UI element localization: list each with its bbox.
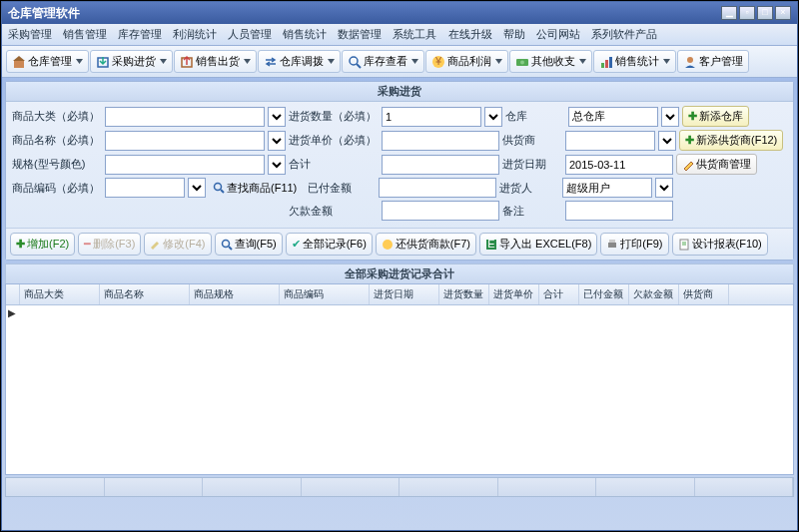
spec-input[interactable]	[105, 155, 265, 175]
grid-body[interactable]: ▶	[6, 305, 793, 473]
tb-transfer[interactable]: 仓库调拨	[258, 50, 341, 73]
menu-item[interactable]: 系列软件产品	[591, 28, 657, 40]
price-input[interactable]	[382, 131, 499, 151]
date-label: 进货日期	[502, 157, 562, 172]
col-header[interactable]: 商品名称	[100, 284, 190, 304]
svg-text:¥: ¥	[434, 55, 442, 67]
export-button[interactable]: E导入出 EXCEL(F8)	[479, 233, 597, 256]
svg-marker-1	[13, 56, 25, 61]
add-warehouse-button[interactable]: ✚新添仓库	[682, 106, 749, 127]
col-header[interactable]: 商品编码	[280, 284, 370, 304]
menu-item[interactable]: 库存管理	[118, 28, 162, 40]
menu-item[interactable]: 系统工具	[393, 28, 436, 40]
plus-icon: ✚	[16, 238, 25, 251]
maximize-button[interactable]: □	[757, 6, 773, 20]
print-icon	[606, 239, 618, 251]
col-header[interactable]: 进货数量	[439, 284, 489, 304]
menu-item[interactable]: 公司网站	[536, 28, 580, 40]
code-combo[interactable]	[188, 178, 206, 198]
remark-input[interactable]	[565, 201, 673, 221]
supplier-input[interactable]	[565, 131, 655, 151]
menu-item[interactable]: 在线升级	[448, 28, 492, 40]
chart-icon	[599, 55, 613, 69]
svg-point-24	[222, 240, 229, 247]
svg-rect-19	[609, 57, 612, 68]
price-label: 进货单价（必填）	[289, 133, 379, 148]
col-header[interactable]: 供货商	[679, 284, 729, 304]
design-report-button[interactable]: 设计报表(F10)	[672, 233, 768, 256]
name-input[interactable]	[105, 131, 265, 151]
paid-input[interactable]	[379, 178, 496, 198]
all-records-button[interactable]: ✔全部记录(F6)	[286, 233, 373, 256]
person-input[interactable]	[562, 178, 652, 198]
repay-button[interactable]: 还供货商款(F7)	[376, 233, 476, 256]
minimize-button[interactable]: ▁	[721, 6, 737, 20]
print-button[interactable]: 打印(F9)	[600, 233, 668, 256]
restore-button[interactable]: ▫	[739, 6, 755, 20]
svg-rect-18	[605, 60, 608, 68]
user-icon	[683, 55, 697, 69]
tb-stock-view[interactable]: 库存查看	[342, 50, 424, 73]
warehouse-combo[interactable]	[661, 107, 679, 127]
supplier-combo[interactable]	[658, 131, 676, 151]
spec-combo[interactable]	[268, 155, 286, 175]
menu-item[interactable]: 利润统计	[173, 28, 217, 40]
col-header[interactable]: 进货单价	[489, 284, 539, 304]
profit-icon: ¥	[431, 55, 445, 69]
svg-marker-16	[579, 59, 586, 64]
owed-input[interactable]	[382, 201, 499, 221]
query-button[interactable]: 查询(F5)	[215, 233, 283, 256]
svg-rect-30	[609, 240, 615, 243]
col-header[interactable]: 进货日期	[370, 284, 439, 304]
coin-icon	[382, 239, 394, 251]
svg-point-21	[687, 57, 693, 63]
menu-item[interactable]: 销售统计	[283, 28, 327, 40]
svg-marker-4	[160, 59, 167, 64]
col-header[interactable]: 已付金额	[579, 284, 629, 304]
close-button[interactable]: ×	[775, 6, 791, 20]
menu-item[interactable]: 采购管理	[8, 28, 52, 40]
total-input[interactable]	[382, 155, 499, 175]
supplier-mgmt-button[interactable]: 供货商管理	[676, 154, 757, 175]
name-combo[interactable]	[268, 131, 286, 151]
money-icon	[515, 55, 529, 69]
add-button[interactable]: ✚增加(F2)	[10, 233, 75, 256]
menu-item[interactable]: 数据管理	[338, 28, 382, 40]
col-header[interactable]: 商品大类	[20, 284, 100, 304]
tb-profit[interactable]: ¥商品利润	[425, 50, 508, 73]
excel-icon: E	[485, 239, 497, 251]
chevron-down-icon	[244, 58, 251, 65]
col-header[interactable]: 欠款金额	[629, 284, 679, 304]
tb-other-money[interactable]: 其他收支	[509, 50, 592, 73]
qty-combo[interactable]	[484, 107, 502, 127]
qty-input[interactable]	[382, 107, 481, 127]
add-supplier-button[interactable]: ✚新添供货商(F12)	[679, 130, 783, 151]
category-input[interactable]	[105, 107, 265, 127]
in-icon	[96, 55, 110, 69]
tb-warehouse-mgmt[interactable]: 仓库管理	[6, 50, 89, 73]
menu-item[interactable]: 人员管理	[228, 28, 272, 40]
code-input[interactable]	[105, 178, 185, 198]
warehouse-input[interactable]	[568, 107, 658, 127]
data-grid[interactable]: 商品大类 商品名称 商品规格 商品编码 进货日期 进货数量 进货单价 合计 已付…	[5, 283, 794, 475]
svg-marker-6	[244, 59, 251, 64]
search-product-button[interactable]: 查找商品(F11)	[209, 180, 301, 197]
minus-icon: ━	[84, 238, 91, 251]
category-combo[interactable]	[268, 107, 286, 127]
menu-item[interactable]: 销售管理	[63, 28, 107, 40]
tb-customer[interactable]: 客户管理	[677, 50, 749, 73]
tb-purchase-in[interactable]: 采购进货	[90, 50, 173, 73]
svg-point-26	[383, 240, 393, 250]
category-label: 商品大类（必填）	[12, 109, 102, 124]
date-input[interactable]	[565, 155, 673, 175]
out-icon	[180, 55, 194, 69]
col-header[interactable]: 合计	[539, 284, 579, 304]
edit-button[interactable]: 修改(F4)	[144, 233, 211, 256]
col-header[interactable]: 商品规格	[190, 284, 280, 304]
person-combo[interactable]	[655, 178, 673, 198]
tb-sales-stat[interactable]: 销售统计	[593, 50, 676, 73]
menu-item[interactable]: 帮助	[503, 28, 525, 40]
tb-sales-out[interactable]: 销售出货	[174, 50, 257, 73]
delete-button[interactable]: ━删除(F3)	[78, 233, 141, 256]
chevron-down-icon	[579, 58, 586, 65]
